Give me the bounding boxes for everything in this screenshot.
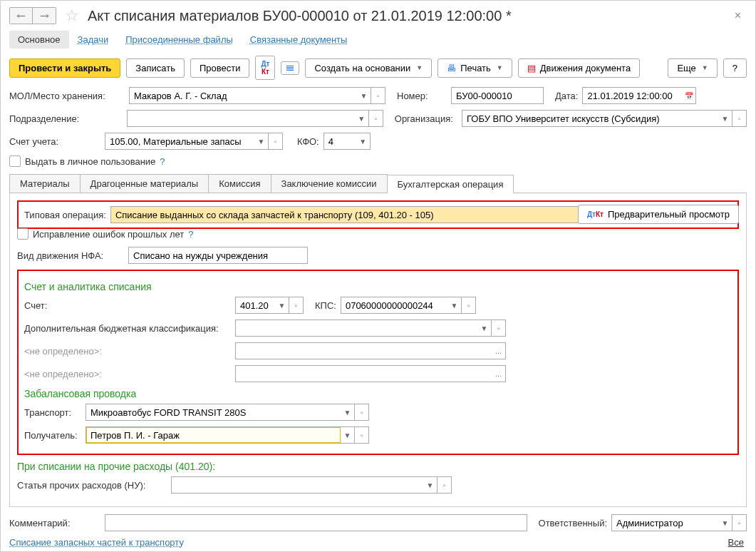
dt-kt-icon-button[interactable]: ДтКт (255, 56, 275, 80)
footer-link[interactable]: Списание запасных частей к транспорту (9, 537, 184, 548)
mol-input[interactable] (129, 87, 357, 104)
open-icon[interactable]: ▫ (355, 426, 369, 444)
kfo-input[interactable] (323, 133, 356, 150)
more-button[interactable]: Еще▼ (668, 58, 717, 78)
recipient-input[interactable] (86, 426, 341, 444)
subdivision-input[interactable] (127, 110, 355, 127)
number-input[interactable] (451, 87, 544, 104)
nfa-input[interactable] (128, 247, 308, 264)
subtab-conclusion[interactable]: Заключение комиссии (271, 174, 388, 193)
dropdown-icon[interactable]: ▼ (254, 133, 269, 150)
open-icon[interactable]: ▫ (369, 110, 383, 127)
dop-input[interactable] (235, 320, 477, 337)
subtab-materials[interactable]: Материалы (9, 174, 81, 193)
kfo-label: КФО: (297, 136, 319, 147)
dropdown-icon[interactable]: ▼ (423, 476, 437, 494)
mol-label: МОЛ/Место хранения: (9, 91, 125, 101)
undef-input-2[interactable] (235, 365, 492, 382)
dropdown-icon[interactable]: ▼ (341, 404, 355, 421)
document-icon: ▤ (527, 63, 536, 73)
help-icon[interactable]: ? (188, 229, 193, 240)
kps-label: КПС: (315, 300, 336, 311)
tab-related[interactable]: Связанные документы (242, 31, 356, 48)
subdivision-label: Подразделение: (9, 113, 123, 124)
dropdown-icon[interactable]: ▼ (718, 110, 732, 127)
doc-movements-button[interactable]: ▤Движения документа (518, 58, 640, 78)
recipient-label: Получатель: (24, 430, 81, 441)
operation-label: Типовая операция: (24, 210, 106, 220)
save-button[interactable]: Записать (126, 58, 185, 78)
article-input[interactable] (171, 476, 423, 494)
transport-input[interactable] (86, 404, 341, 421)
footer-all-link[interactable]: Все (728, 537, 744, 548)
page-title: Акт списания материалов БУ00-000010 от 2… (88, 8, 512, 24)
printer-icon: 🖶 (447, 63, 456, 73)
kps-input[interactable] (341, 297, 447, 314)
org-input[interactable] (462, 110, 718, 127)
help-button[interactable]: ? (723, 58, 747, 78)
fix-errors-label: Исправление ошибок прошлых лет (33, 229, 184, 240)
help-icon[interactable]: ? (160, 156, 165, 167)
nav-back-button[interactable]: 🡐 (10, 8, 33, 24)
undef-input-1[interactable] (235, 342, 492, 359)
subtab-precious[interactable]: Драгоценные материалы (80, 174, 209, 193)
date-input[interactable] (582, 87, 682, 104)
calendar-icon[interactable]: 📅 (682, 87, 696, 104)
schet-input[interactable] (235, 297, 275, 314)
subtab-accounting[interactable]: Бухгалтерская операция (387, 175, 514, 193)
fix-errors-checkbox[interactable] (17, 228, 29, 240)
transport-label: Транспорт: (24, 407, 81, 418)
org-label: Организация: (395, 113, 457, 124)
nav-forward-button[interactable]: 🡒 (33, 8, 56, 24)
post-button[interactable]: Провести (190, 58, 250, 78)
tab-main[interactable]: Основное (9, 31, 69, 48)
account-label: Счет учета: (9, 136, 100, 147)
post-and-close-button[interactable]: Провести и закрыть (9, 58, 120, 78)
preview-button[interactable]: ДтКт Предварительный просмотр (578, 205, 739, 224)
undef-label-2: <не определено>: (24, 369, 231, 379)
dropdown-icon[interactable]: ▼ (718, 514, 732, 531)
open-icon[interactable]: ▫ (355, 404, 369, 421)
close-icon[interactable]: × (729, 6, 747, 25)
dropdown-icon[interactable]: ▼ (357, 87, 371, 104)
comment-label: Комментарий: (9, 518, 100, 528)
tab-tasks[interactable]: Задачи (69, 31, 118, 48)
favorite-star-icon[interactable]: ☆ (65, 6, 79, 25)
print-button[interactable]: 🖶Печать▼ (437, 58, 512, 78)
open-icon[interactable]: ▫ (289, 297, 304, 314)
comment-input[interactable] (105, 514, 527, 531)
dt-kt-icon: ДтКт (587, 210, 604, 218)
open-icon[interactable]: ▫ (269, 133, 283, 150)
undef-label-1: <не определено>: (24, 346, 231, 357)
open-icon[interactable]: ▫ (732, 110, 747, 127)
open-icon[interactable]: ▫ (462, 297, 476, 314)
dropdown-icon[interactable]: ▼ (341, 426, 355, 444)
open-icon[interactable]: ▫ (492, 320, 506, 337)
personal-use-checkbox[interactable] (9, 155, 21, 167)
tab-files[interactable]: Присоединенные файлы (117, 31, 242, 48)
nfa-label: Вид движения НФА: (17, 250, 124, 261)
ellipsis-icon[interactable]: … (492, 342, 506, 359)
number-label: Номер: (397, 91, 447, 101)
responsible-input[interactable] (611, 514, 718, 531)
create-based-button[interactable]: Создать на основании▼ (305, 58, 432, 78)
open-icon[interactable]: ▫ (437, 476, 452, 494)
dropdown-icon[interactable]: ▼ (477, 320, 492, 337)
responsible-label: Ответственный: (539, 518, 607, 528)
dropdown-icon[interactable]: ▼ (355, 110, 369, 127)
open-icon[interactable]: ▫ (732, 514, 747, 531)
article-label: Статья прочих расходов (НУ): (17, 480, 167, 491)
dropdown-icon[interactable]: ▼ (275, 297, 289, 314)
ellipsis-icon[interactable]: … (492, 365, 506, 382)
dropdown-icon[interactable]: ▼ (447, 297, 462, 314)
open-icon[interactable]: ▫ (371, 87, 385, 104)
list-icon-button[interactable] (281, 61, 299, 75)
subtab-commission[interactable]: Комиссия (208, 174, 271, 193)
personal-use-label: Выдать в личное пользование (25, 156, 155, 167)
dop-label: Дополнительная бюджетная классификация: (24, 323, 231, 334)
dropdown-icon[interactable]: ▼ (356, 133, 371, 150)
account-input[interactable] (105, 133, 254, 150)
date-label: Дата: (555, 91, 578, 101)
offbalance-section-title: Забалансовая проводка (24, 388, 732, 399)
schet-label: Счет: (24, 300, 231, 311)
